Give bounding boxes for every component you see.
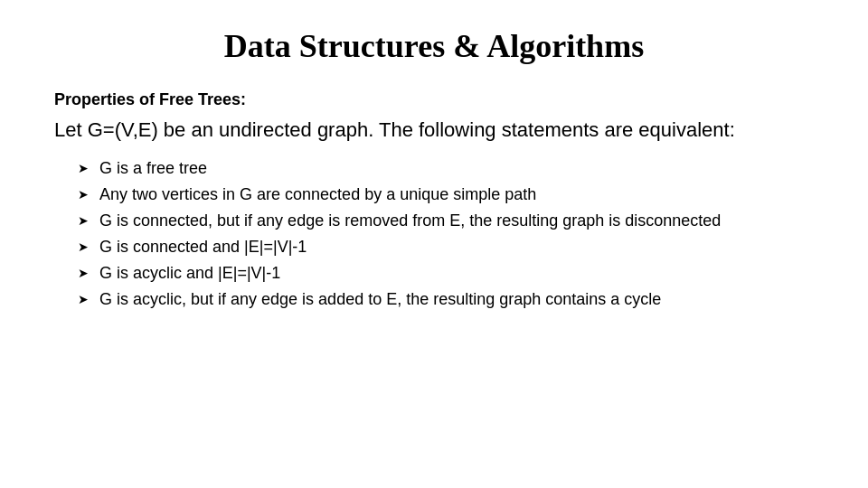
list-item: G is connected and |E|=|V|-1 [81, 235, 814, 259]
bullet-list: G is a free tree Any two vertices in G a… [54, 156, 814, 314]
list-item: G is acyclic, but if any edge is added t… [81, 287, 814, 312]
section-heading: Properties of Free Trees: [54, 90, 814, 109]
slide: Data Structures & Algorithms Properties … [0, 0, 868, 488]
list-item: G is connected, but if any edge is remov… [81, 209, 814, 233]
list-item: G is a free tree [81, 156, 814, 181]
list-item: Any two vertices in G are connected by a… [81, 183, 814, 207]
slide-title: Data Structures & Algorithms [54, 27, 814, 65]
list-item: G is acyclic and |E|=|V|-1 [81, 261, 814, 286]
intro-text: Let G=(V,E) be an undirected graph. The … [54, 117, 814, 144]
